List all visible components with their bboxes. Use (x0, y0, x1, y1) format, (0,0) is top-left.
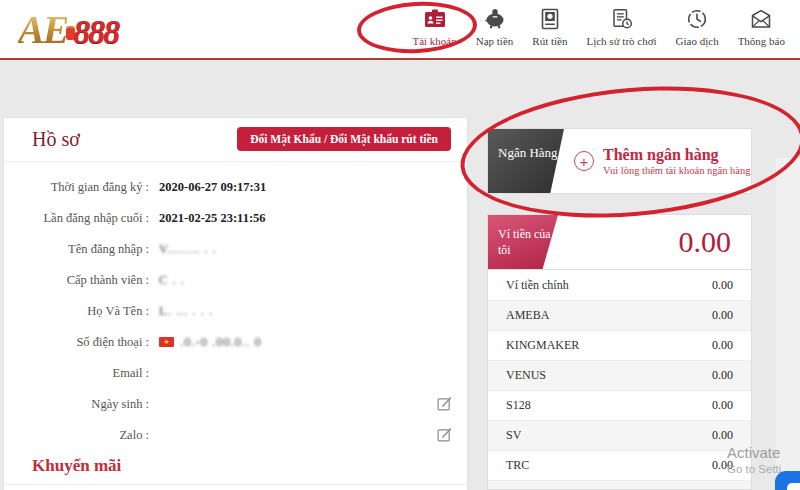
game-history-icon (609, 6, 635, 32)
wallet-row-cmdbet[interactable]: CMDBET 0.00 (488, 480, 751, 490)
wallet-list: Ví tiền chính 0.00 AMEBA 0.00 KINGMAKER … (487, 270, 752, 490)
edit-icon[interactable] (436, 395, 453, 416)
wallet-value: 0.00 (712, 398, 733, 413)
watermark-line1: Activate (727, 444, 781, 461)
mail-icon (748, 6, 774, 32)
wallet-row-s128[interactable]: S128 0.00 (488, 390, 751, 420)
profile-header: Hồ sơ Đổi Mật Khẩu / Đổi Mật khẩu rút ti… (4, 118, 467, 162)
atm-icon (537, 6, 563, 32)
nav-label: Giao dịch (676, 35, 719, 47)
watermark-line2: Go to Setti (727, 463, 781, 475)
field-label: Cấp thành viên : (4, 273, 149, 288)
field-label: Thời gian đăng ký : (4, 180, 149, 195)
wallet-row-main[interactable]: Ví tiền chính 0.00 (488, 270, 751, 300)
wallet-name: AMEBA (506, 308, 549, 323)
background-window-edge (776, 158, 800, 490)
field-label: Ngày sinh : (4, 397, 149, 412)
nav-item-transactions[interactable]: Giao dịch (673, 6, 722, 47)
wallet-value: 0.00 (712, 368, 733, 383)
field-value-masked: .0.-0 .00.0.. 0 (180, 335, 262, 350)
site-logo[interactable]: AE888 (18, 6, 118, 53)
profile-panel: Hồ sơ Đổi Mật Khẩu / Đổi Mật khẩu rút ti… (3, 117, 468, 490)
field-phone: Số điện thoại : ★.0.-0 .00.0.. 0 (4, 329, 467, 355)
wallet-name: SV (506, 428, 521, 443)
field-register-time: Thời gian đăng ký : 2020-06-27 09:17:31 (4, 174, 467, 200)
field-label: Lần đăng nhập cuối : (4, 211, 149, 226)
bank-card: Ngân Hàng + Thêm ngân hàng Vui lòng thêm… (487, 128, 752, 194)
promotions-divider (4, 484, 467, 485)
nav-label: Thông báo (738, 35, 785, 47)
id-card-icon (422, 6, 448, 32)
add-bank-title: Thêm ngân hàng (603, 146, 751, 164)
wallet-name: KINGMAKER (506, 338, 579, 353)
field-birthday: Ngày sinh : (4, 391, 467, 417)
nav-item-notifications[interactable]: Thông báo (735, 6, 788, 47)
nav-label: Nạp tiền (476, 35, 514, 47)
bank-tab-label: Ngân Hàng (488, 129, 564, 193)
nav-item-game-history[interactable]: Lịch sử trò chơi (583, 6, 659, 47)
wallet-row-venus[interactable]: VENUS 0.00 (488, 360, 751, 390)
clock-icon (684, 6, 710, 32)
field-label: Email : (4, 366, 149, 381)
logo-888-text: 888 (73, 13, 118, 50)
field-value-masked: L. ... . . . (159, 304, 213, 319)
piggy-bank-icon (482, 6, 508, 32)
wallet-total-balance: 0.00 (558, 215, 751, 269)
wallet-name: S128 (506, 398, 531, 413)
field-value: 2021-02-25 23:11:56 (159, 211, 266, 226)
add-bank-button[interactable]: + Thêm ngân hàng Vui lòng thêm tài khoản… (564, 129, 751, 193)
wallet-row-ameba[interactable]: AMEBA 0.00 (488, 300, 751, 330)
logo-ae-text: AE (18, 7, 67, 52)
nav-label: Tài khoản (412, 35, 456, 47)
field-value-masked: C . . (159, 273, 185, 288)
field-member-level: Cấp thành viên : C . . (4, 267, 467, 293)
field-zalo: Zalo : (4, 422, 467, 448)
main-nav: Tài khoản Nạp tiền Rút tiền Lịch sử trò … (409, 6, 788, 47)
field-last-login: Lần đăng nhập cuối : 2021-02-25 23:11:56 (4, 205, 467, 231)
chat-widget-button[interactable] (775, 471, 800, 490)
activate-windows-watermark: Activate Go to Setti (727, 444, 781, 475)
nav-item-account[interactable]: Tài khoản (409, 6, 459, 47)
add-bank-subtitle: Vui lòng thêm tài khoản ngân hàng (603, 165, 751, 176)
promotions-title: Khuyến mãi (32, 456, 121, 476)
top-header: AE888 Tài khoản Nạp tiền Rút tiền Lịch s… (0, 0, 800, 58)
wallet-value: 0.00 (712, 428, 733, 443)
wallet-row-sv[interactable]: SV 0.00 (488, 420, 751, 450)
field-email: Email : (4, 360, 467, 386)
field-username: Tên đăng nhập : V........ . . (4, 236, 467, 262)
page-title: Hồ sơ (32, 128, 80, 151)
nav-label: Rút tiền (532, 35, 567, 47)
wallet-value: 0.00 (712, 278, 733, 293)
wallet-value: 0.00 (712, 338, 733, 353)
nav-item-deposit[interactable]: Nạp tiền (473, 6, 517, 47)
field-full-name: Họ Và Tên : L. ... . . . (4, 298, 467, 324)
field-label: Số điện thoại : (4, 335, 149, 350)
wallet-name: Ví tiền chính (506, 278, 569, 293)
field-label: Họ Và Tên : (4, 304, 149, 319)
header-divider (0, 58, 800, 60)
chat-bubble-icon (787, 483, 800, 490)
wallet-name: TRC (506, 458, 529, 473)
nav-item-withdraw[interactable]: Rút tiền (529, 6, 570, 47)
vietnam-flag-icon: ★ (159, 337, 174, 347)
change-password-button[interactable]: Đổi Mật Khẩu / Đổi Mật khẩu rút tiền (237, 127, 451, 151)
edit-icon[interactable] (436, 426, 453, 447)
wallet-tab-label: Ví tiền của tôi (488, 215, 558, 269)
wallet-name: VENUS (506, 368, 546, 383)
nav-label: Lịch sử trò chơi (586, 35, 656, 47)
field-label: Tên đăng nhập : (4, 242, 149, 257)
field-label: Zalo : (4, 428, 149, 443)
field-value-masked: V........ . . (159, 242, 217, 257)
wallet-row-trc[interactable]: TRC 0.00 (488, 450, 751, 480)
wallet-summary-card: Ví tiền của tôi 0.00 (487, 214, 752, 270)
plus-icon: + (574, 151, 594, 171)
wallet-value: 0.00 (712, 308, 733, 323)
field-value: 2020-06-27 09:17:31 (159, 180, 266, 195)
wallet-row-kingmaker[interactable]: KINGMAKER 0.00 (488, 330, 751, 360)
